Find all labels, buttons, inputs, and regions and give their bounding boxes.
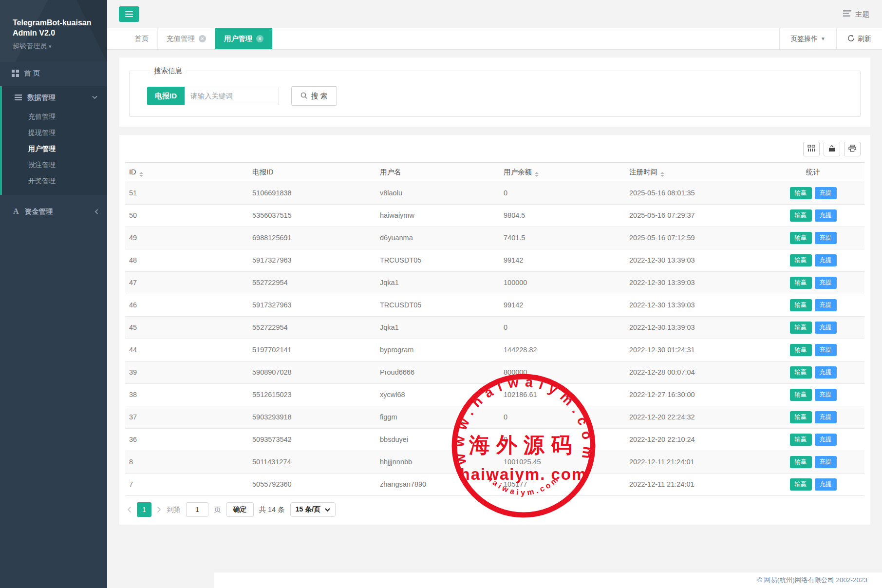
row-actions: 输赢充提	[762, 429, 864, 451]
goto-page-input[interactable]	[186, 502, 208, 517]
sidebar-toggle-button[interactable]	[119, 6, 139, 22]
theme-switch[interactable]: 主题	[843, 0, 869, 28]
tab-operations-dropdown[interactable]: 页签操作 ▼	[780, 28, 836, 49]
cell-telegram-id: 5011431274	[248, 451, 376, 474]
cell-username: Jqka1	[376, 272, 500, 294]
tab-recharge-mgmt[interactable]: 充值管理 ×	[158, 28, 215, 49]
recharge-withdraw-button[interactable]: 充提	[815, 322, 837, 334]
recharge-withdraw-button[interactable]: 充提	[815, 389, 837, 401]
win-lose-button[interactable]: 输赢	[790, 344, 812, 356]
win-lose-button[interactable]: 输赢	[790, 209, 812, 222]
win-lose-button[interactable]: 输赢	[790, 389, 812, 401]
recharge-withdraw-button[interactable]: 充提	[815, 232, 837, 244]
funds-icon: A	[13, 207, 19, 216]
tab-user-mgmt[interactable]: 用户管理 ×	[215, 28, 272, 49]
refresh-button[interactable]: 刷新	[837, 28, 882, 49]
cell-id: 8	[125, 451, 248, 474]
win-lose-button[interactable]: 输赢	[790, 366, 812, 379]
col-balance[interactable]: 用户余额	[500, 163, 625, 182]
cell-username: bbsduyei	[376, 429, 500, 451]
col-register-time[interactable]: 注册时间	[625, 163, 762, 182]
table-row: 505356037515haiwaiymw9804.52025-05-16 07…	[125, 205, 864, 227]
win-lose-button[interactable]: 输赢	[790, 232, 812, 244]
row-actions: 输赢充提	[762, 406, 864, 429]
page-size-select[interactable]: 15 条/页	[290, 502, 336, 517]
admin-role-dropdown[interactable]: 超级管理员▾	[13, 42, 98, 51]
table-row: 385512615023xycwl68102186.612022-12-27 1…	[125, 384, 864, 406]
sidebar: TelegramBot-kuaisan Admin V2.0 超级管理员▾ 首 …	[0, 0, 107, 588]
cell-username: xycwl68	[376, 384, 500, 406]
table-body: 515106691838v8laolu02025-05-16 08:01:35输…	[125, 182, 864, 496]
sidebar-item-withdraw-mgmt[interactable]: 提现管理	[2, 125, 107, 141]
sidebar-header: TelegramBot-kuaisan Admin V2.0 超级管理员▾	[0, 0, 107, 62]
sidebar-item-bet-mgmt[interactable]: 投注管理	[2, 157, 107, 173]
next-page-button[interactable]	[157, 506, 161, 513]
recharge-withdraw-button[interactable]: 充提	[815, 299, 837, 311]
sidebar-group-funds-label: 资金管理	[25, 207, 53, 216]
tab-close-icon[interactable]: ×	[199, 35, 206, 42]
tab-home[interactable]: 首页	[126, 28, 158, 49]
search-field-button[interactable]: 电报ID	[147, 87, 185, 105]
win-lose-button[interactable]: 输赢	[790, 322, 812, 334]
tab-close-icon[interactable]: ×	[256, 35, 263, 42]
recharge-withdraw-button[interactable]: 充提	[815, 456, 837, 468]
recharge-withdraw-button[interactable]: 充提	[815, 478, 837, 491]
sidebar-group-funds-toggle[interactable]: A 资金管理	[0, 200, 107, 223]
cell-username: Jqka1	[376, 317, 500, 339]
recharge-withdraw-button[interactable]: 充提	[815, 254, 837, 266]
sidebar-group-data-toggle[interactable]: 数据管理	[2, 86, 107, 109]
win-lose-button[interactable]: 输赢	[790, 434, 812, 446]
export-button[interactable]	[824, 142, 840, 156]
recharge-withdraw-button[interactable]: 充提	[815, 366, 837, 379]
win-lose-button[interactable]: 输赢	[790, 187, 812, 199]
tab-home-label: 首页	[134, 34, 149, 43]
cell-balance: 0	[500, 406, 625, 429]
cell-username: v8laolu	[376, 182, 500, 205]
recharge-withdraw-button[interactable]: 充提	[815, 187, 837, 199]
win-lose-button[interactable]: 输赢	[790, 254, 812, 266]
sidebar-item-recharge-mgmt[interactable]: 充值管理	[2, 109, 107, 125]
cell-register-time: 2022-12-28 00:07:04	[625, 361, 762, 384]
cell-id: 39	[125, 361, 248, 384]
win-lose-button[interactable]: 输赢	[790, 456, 812, 468]
search-input[interactable]	[185, 87, 279, 105]
win-lose-button[interactable]: 输赢	[790, 277, 812, 289]
cell-id: 48	[125, 249, 248, 272]
recharge-withdraw-button[interactable]: 充提	[815, 209, 837, 222]
cell-telegram-id: 552722954	[248, 272, 376, 294]
print-button[interactable]	[844, 142, 861, 156]
search-icon	[300, 92, 307, 100]
prev-page-button[interactable]	[127, 506, 131, 513]
sidebar-item-user-mgmt[interactable]: 用户管理	[2, 141, 107, 157]
pagination: 1 到第 页 确定 共 14 条 15 条/页	[127, 502, 864, 517]
sidebar-item-home[interactable]: 首 页	[0, 62, 107, 84]
win-lose-button[interactable]: 输赢	[790, 478, 812, 491]
card-view-icon	[807, 145, 815, 153]
row-actions: 输赢充提	[762, 474, 864, 496]
table-row: 47552722954Jqka11000002022-12-30 13:39:0…	[125, 272, 864, 294]
home-grid-icon	[11, 70, 19, 77]
win-lose-button[interactable]: 输赢	[790, 299, 812, 311]
export-icon	[828, 145, 836, 153]
win-lose-button[interactable]: 输赢	[790, 411, 812, 423]
sidebar-item-lottery-mgmt[interactable]: 开奖管理	[2, 173, 107, 189]
cell-id: 38	[125, 384, 248, 406]
recharge-withdraw-button[interactable]: 充提	[815, 277, 837, 289]
goto-confirm-button[interactable]: 确定	[226, 502, 254, 517]
sidebar-item-home-label: 首 页	[24, 69, 40, 78]
cell-register-time: 2022-12-30 13:39:03	[625, 317, 762, 339]
recharge-withdraw-button[interactable]: 充提	[815, 434, 837, 446]
page-number-button[interactable]: 1	[137, 502, 151, 517]
app-title-line1: TelegramBot-kuaisan	[13, 18, 98, 28]
search-button[interactable]: 搜 索	[291, 86, 337, 106]
recharge-withdraw-button[interactable]: 充提	[815, 411, 837, 423]
cell-register-time: 2022-12-30 13:39:03	[625, 294, 762, 317]
col-id[interactable]: ID	[125, 163, 248, 182]
bars-icon	[14, 95, 22, 100]
card-view-button[interactable]	[803, 142, 820, 156]
table-row: 75055792360zhangsan78901051772022-12-11 …	[125, 474, 864, 496]
cell-register-time: 2022-12-30 13:39:03	[625, 272, 762, 294]
cell-telegram-id: 5106691838	[248, 182, 376, 205]
recharge-withdraw-button[interactable]: 充提	[815, 344, 837, 356]
table-row: 485917327963TRCUSDT05991422022-12-30 13:…	[125, 249, 864, 272]
